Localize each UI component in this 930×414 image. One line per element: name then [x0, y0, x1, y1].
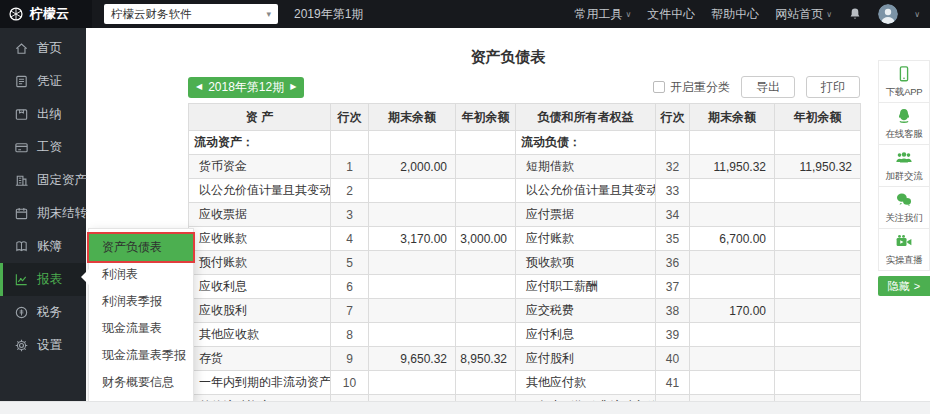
sidebar-item-home[interactable]: 首页 [0, 32, 86, 65]
table-row: 应收股利7应交税费38170.00 [189, 299, 861, 323]
beginning-balance-cell: 3,000.00 [456, 227, 516, 251]
topbar-menu-label: 网站首页 [775, 6, 823, 23]
ending-balance-cell: 2,000.00 [369, 155, 456, 179]
current-period-label: 2019年第1期 [294, 6, 363, 23]
widget-follow-us[interactable]: 关注我们 [878, 186, 930, 229]
beginning-balance-cell [775, 251, 861, 275]
submenu-item-income-statement[interactable]: 利润表 [89, 261, 193, 288]
beginning-balance-cell [456, 251, 516, 275]
ending-balance-cell [369, 323, 456, 347]
line-no-cell: 33 [656, 179, 690, 203]
voucher-icon [14, 74, 29, 89]
brand-logo[interactable]: 柠檬云 [0, 0, 92, 28]
line-no-cell: 36 [656, 251, 690, 275]
submenu-item-income-statement-quarterly[interactable]: 利润表季报 [89, 288, 193, 315]
asset-name-cell: 应收股利 [189, 299, 331, 323]
print-button[interactable]: 打印 [806, 76, 860, 98]
app-select-dropdown[interactable]: 柠檬云财务软件 ▾ [104, 4, 278, 24]
line-no-cell [656, 131, 690, 155]
export-button[interactable]: 导出 [741, 76, 795, 98]
fixed-assets-icon [14, 173, 29, 188]
beginning-balance-cell [456, 179, 516, 203]
ledger-icon [14, 239, 29, 254]
avatar-chevron-icon[interactable]: ∨ [914, 10, 920, 19]
submenu-item-balance-sheet[interactable]: 资产负债表 [89, 234, 193, 261]
line-no-cell: 10 [331, 371, 369, 395]
reclassify-checkbox[interactable] [653, 81, 665, 93]
line-no-cell: 41 [656, 371, 690, 395]
next-period-icon[interactable]: ▶ [290, 83, 296, 91]
submenu-item-financial-summary[interactable]: 财务概要信息 [89, 369, 193, 396]
notification-bell-icon[interactable] [848, 7, 862, 21]
topbar-menu-site[interactable]: 网站首页∨ [775, 6, 832, 23]
sidebar-item-tax[interactable]: 税务 [0, 296, 86, 329]
sidebar-item-label: 账簿 [37, 238, 62, 255]
line-no-cell: 39 [656, 323, 690, 347]
table-row: 应收票据3应付票据34 [189, 203, 861, 227]
line-no-cell: 32 [656, 155, 690, 179]
ending-balance-cell [690, 251, 775, 275]
submenu-item-cash-flow-quarterly[interactable]: 现金流量表季报 [89, 342, 193, 369]
beginning-balance-cell: 11,950.32 [775, 155, 861, 179]
sidebar-item-reports[interactable]: 报表 [0, 263, 86, 296]
column-header: 年初余额 [775, 104, 861, 131]
sidebar-item-period-closing[interactable]: 期末结转 [0, 197, 86, 230]
ending-balance-cell [369, 179, 456, 203]
beginning-balance-cell [775, 179, 861, 203]
hide-panel-button[interactable]: 隐藏 > [878, 276, 930, 296]
liability-name-cell: 预收款项 [516, 251, 656, 275]
sidebar-item-settings[interactable]: 设置 [0, 329, 86, 362]
topbar-menu-tools[interactable]: 常用工具∨ [574, 6, 631, 23]
sidebar-item-ledger[interactable]: 账簿 [0, 230, 86, 263]
liability-name-cell: 应付账款 [516, 227, 656, 251]
topbar-menu-help[interactable]: 帮助中心 [711, 6, 759, 23]
sidebar-item-label: 工资 [37, 139, 62, 156]
report-toolbar: ◀ 2018年第12期 ▶ 开启重分类 导出 打印 [188, 76, 860, 98]
widget-live-stream[interactable]: 实操直播 [878, 228, 930, 271]
table-row: 货币资金12,000.00短期借款3211,950.3211,950.32 [189, 155, 861, 179]
chevron-down-icon: ∨ [625, 10, 631, 19]
sidebar-item-cashier[interactable]: 出纳 [0, 98, 86, 131]
widget-download-app[interactable]: 下载APP [878, 60, 930, 103]
reports-submenu: 资产负债表利润表利润表季报现金流量表现金流量表季报财务概要信息 [88, 228, 194, 402]
period-selector[interactable]: ◀ 2018年第12期 ▶ [188, 77, 304, 98]
submenu-arrow [81, 269, 89, 285]
widget-online-service[interactable]: 在线客服 [878, 102, 930, 145]
right-panel-items: 下载APP在线客服加群交流关注我们实操直播 [878, 60, 930, 271]
line-no-cell: 34 [656, 203, 690, 227]
ending-balance-cell: 9,650.32 [369, 347, 456, 371]
line-no-cell: 37 [656, 275, 690, 299]
reclassify-toggle[interactable]: 开启重分类 [653, 79, 730, 96]
balance-table-body: 流动资产：流动负债：货币资金12,000.00短期借款3211,950.3211… [189, 131, 861, 403]
liability-name-cell: 应付票据 [516, 203, 656, 227]
user-avatar[interactable] [878, 4, 898, 24]
column-header: 期末余额 [369, 104, 456, 131]
sidebar-item-fixed-assets[interactable]: 固定资产 [0, 164, 86, 197]
column-header: 负债和所有者权益 [516, 104, 656, 131]
submenu-item-cash-flow[interactable]: 现金流量表 [89, 315, 193, 342]
table-row: 其他应收款8应付利息39 [189, 323, 861, 347]
sidebar-item-voucher[interactable]: 凭证 [0, 65, 86, 98]
beginning-balance-cell [775, 371, 861, 395]
online-service-icon [895, 107, 913, 126]
topbar-menu-files[interactable]: 文件中心 [647, 6, 695, 23]
sidebar-item-label: 期末结转 [37, 205, 87, 222]
ending-balance-cell [369, 371, 456, 395]
beginning-balance-cell [456, 131, 516, 155]
line-no-cell: 3 [331, 203, 369, 227]
group-chat-icon [895, 149, 913, 168]
widget-group-chat[interactable]: 加群交流 [878, 144, 930, 187]
widget-label: 在线客服 [886, 128, 923, 141]
topbar-menu-label: 帮助中心 [711, 6, 759, 23]
prev-period-icon[interactable]: ◀ [196, 83, 202, 91]
follow-us-icon [895, 191, 913, 210]
sidebar-item-label: 固定资产 [37, 172, 87, 189]
ending-balance-cell [690, 179, 775, 203]
chevron-down-icon: ▾ [266, 9, 271, 19]
ending-balance-cell: 170.00 [690, 299, 775, 323]
closing-icon [14, 206, 29, 221]
asset-name-cell: 一年内到期的非流动资产 [189, 371, 331, 395]
ending-balance-cell [369, 203, 456, 227]
tax-icon [14, 305, 29, 320]
sidebar-item-salary[interactable]: 工资 [0, 131, 86, 164]
